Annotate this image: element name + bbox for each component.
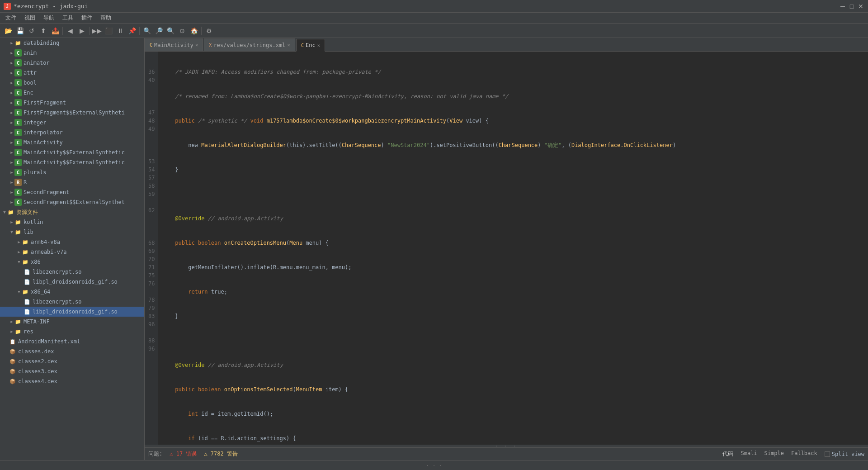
- tree-arrow: ▶: [9, 160, 14, 165]
- menu-navigate[interactable]: 导航: [40, 13, 58, 23]
- sidebar-item-firstfragment[interactable]: ▶ C FirstFragment: [0, 98, 144, 108]
- class-icon: C: [14, 119, 22, 126]
- code-line: }: [162, 166, 864, 174]
- sidebar-item-mainactivity[interactable]: ▶ C MainActivity: [0, 138, 144, 147]
- sidebar-item-x86-libeze[interactable]: 📄 libezencrypt.so: [0, 267, 144, 277]
- sidebar-item-classes3[interactable]: 📦 classes3.dex: [0, 366, 144, 376]
- file-icon: 📦: [9, 368, 16, 375]
- sidebar-item-x64-libeze[interactable]: 📄 libezencrypt.so: [0, 297, 144, 307]
- code-line: new MaterialAlertDialogBuilder(this).set…: [162, 141, 864, 149]
- code-line: public /* synthetic */ void m1757lambda$…: [162, 117, 864, 125]
- tab-smali[interactable]: Smali: [741, 450, 757, 458]
- main-area: ▶ 📁 databinding ▶ C anim ▶ C animator ▶ …: [0, 38, 868, 460]
- code-line: @Override // android.app.Activity: [162, 361, 864, 369]
- tab-close[interactable]: ✕: [195, 42, 198, 48]
- toolbar-back[interactable]: ◀: [65, 25, 75, 36]
- sidebar-item-integer[interactable]: ▶ C integer: [0, 118, 144, 128]
- tree-arrow: ▶: [9, 130, 14, 135]
- sidebar-item-androidmanifest[interactable]: 📋 AndroidManifest.xml: [0, 337, 144, 347]
- sidebar-item-x86[interactable]: ▼ 📁 x86: [0, 257, 144, 267]
- tab-fallback[interactable]: Fallback: [791, 450, 817, 458]
- split-view-checkbox[interactable]: [825, 451, 830, 457]
- code-line: [162, 190, 864, 198]
- folder-icon: 📁: [22, 248, 29, 256]
- sidebar-item-lib[interactable]: ▼ 📁 lib: [0, 227, 144, 237]
- tab-code[interactable]: 代码: [722, 450, 733, 458]
- class-icon: C: [14, 139, 22, 146]
- tab-close[interactable]: ✕: [287, 42, 290, 48]
- toolbar-home[interactable]: 🏠: [189, 25, 199, 36]
- sidebar-item-r[interactable]: ▶ R R: [0, 177, 144, 187]
- tab-simple[interactable]: Simple: [764, 450, 784, 458]
- sidebar-item-res[interactable]: ▶ 📁 res: [0, 327, 144, 337]
- sidebar-item-attr[interactable]: ▶ C attr: [0, 68, 144, 78]
- toolbar-export2[interactable]: 📤: [50, 25, 61, 36]
- menu-help[interactable]: 帮助: [97, 13, 115, 23]
- sidebar-item-mainactivity-ext2[interactable]: ▶ C MainActivity$$ExternalSynthetic: [0, 157, 144, 167]
- tab-icon: C: [301, 43, 304, 48]
- toolbar-zoomreset[interactable]: ⊙: [177, 25, 188, 36]
- sidebar-item-kotlin[interactable]: ▶ 📁 kotlin: [0, 217, 144, 227]
- tree-arrow: ▶: [9, 81, 14, 85]
- tree-arrow: ▼: [2, 210, 7, 214]
- tab-strings-xml[interactable]: X res/values/strings.xml ✕: [204, 38, 295, 51]
- sidebar-item-x64-libpl[interactable]: 📄 libpl_droidsonroids_gif.so: [0, 307, 144, 317]
- problems-label: 问题:: [148, 450, 162, 458]
- toolbar-run3[interactable]: ⏸: [115, 25, 126, 36]
- toolbar-export[interactable]: ⬆: [38, 25, 49, 36]
- menu-file[interactable]: 文件: [2, 13, 20, 23]
- sidebar-item-secondfragment-ext[interactable]: ▶ C SecondFragment$$ExternalSynthet: [0, 197, 144, 207]
- sidebar-item-animator[interactable]: ▶ C animator: [0, 58, 144, 68]
- tab-mainactivity[interactable]: C MainActivity ✕: [145, 38, 203, 51]
- tree-arrow: ▶: [9, 120, 14, 125]
- toolbar-pin[interactable]: 📌: [127, 25, 137, 36]
- folder-icon: 📁: [14, 39, 22, 47]
- menu-plugins[interactable]: 插件: [78, 13, 96, 23]
- toolbar-run1[interactable]: ▶▶: [91, 25, 102, 36]
- close-button[interactable]: ✕: [857, 3, 864, 10]
- sidebar-item-enc[interactable]: ▶ C Enc: [0, 88, 144, 98]
- sidebar-item-anim[interactable]: ▶ C anim: [0, 48, 144, 58]
- sidebar-item-firstfragment-ext[interactable]: ▶ C FirstFragment$$ExternalSyntheti: [0, 108, 144, 118]
- toolbar-zoomout[interactable]: 🔍: [165, 25, 176, 36]
- sidebar-item-classes[interactable]: 📦 classes.dex: [0, 347, 144, 356]
- sidebar-item-mainactivity-ext1[interactable]: ▶ C MainActivity$$ExternalSynthetic: [0, 147, 144, 157]
- toolbar-run2[interactable]: ⬛: [103, 25, 114, 36]
- sidebar-item-arm64[interactable]: ▶ 📁 arm64-v8a: [0, 237, 144, 247]
- sidebar-item-x86-libpl[interactable]: 📄 libpl_droidsonroids_gif.so: [0, 277, 144, 287]
- tab-close[interactable]: ✕: [317, 43, 321, 48]
- split-view-toggle[interactable]: Split view: [825, 450, 864, 458]
- tree-arrow: ▶: [9, 150, 14, 155]
- sidebar-item-resources[interactable]: ▼ 📁 资源文件: [0, 207, 144, 217]
- maximize-button[interactable]: □: [848, 3, 855, 10]
- tab-enc[interactable]: C Enc ✕: [296, 39, 325, 52]
- code-editor[interactable]: 36 40 47 48 49 53 54 57 58 59 62: [145, 52, 868, 445]
- menu-tools[interactable]: 工具: [59, 13, 77, 23]
- minimize-button[interactable]: ─: [839, 3, 846, 10]
- toolbar-zoomin[interactable]: 🔎: [153, 25, 164, 36]
- title-bar-left: J *ezencrypt - jadx-gui: [4, 3, 88, 10]
- tab-icon: X: [209, 43, 212, 47]
- sidebar-item-interpolator[interactable]: ▶ C interpolator: [0, 128, 144, 138]
- sidebar-item-plurals[interactable]: ▶ C plurals: [0, 167, 144, 177]
- sidebar-item-databinding[interactable]: ▶ 📁 databinding: [0, 38, 144, 48]
- sidebar-item-x86-64[interactable]: ▼ 📁 x86_64: [0, 287, 144, 297]
- sidebar-item-bool[interactable]: ▶ C bool: [0, 78, 144, 88]
- sidebar-item-classes2[interactable]: 📦 classes2.dex: [0, 356, 144, 366]
- file-icon: 📦: [9, 358, 16, 365]
- toolbar-forward[interactable]: ▶: [76, 25, 87, 36]
- menu-view[interactable]: 视图: [21, 13, 39, 23]
- toolbar-open[interactable]: 📂: [3, 25, 14, 36]
- sidebar-item-classes4[interactable]: 📦 classes4.dex: [0, 376, 144, 386]
- class-icon: C: [14, 169, 22, 176]
- toolbar-refresh[interactable]: ↺: [26, 25, 37, 36]
- sidebar[interactable]: ▶ 📁 databinding ▶ C anim ▶ C animator ▶ …: [0, 38, 145, 460]
- sidebar-item-metainf[interactable]: ▶ 📁 META-INF: [0, 317, 144, 327]
- toolbar-save[interactable]: 💾: [14, 25, 25, 36]
- sidebar-item-secondfragment[interactable]: ▶ C SecondFragment: [0, 187, 144, 197]
- sidebar-item-armeabi[interactable]: ▶ 📁 armeabi-v7a: [0, 247, 144, 257]
- toolbar-settings[interactable]: ⚙: [203, 25, 214, 36]
- toolbar-separator-2: [89, 27, 90, 35]
- toolbar-search[interactable]: 🔍: [142, 25, 152, 36]
- file-icon: 📄: [24, 298, 31, 305]
